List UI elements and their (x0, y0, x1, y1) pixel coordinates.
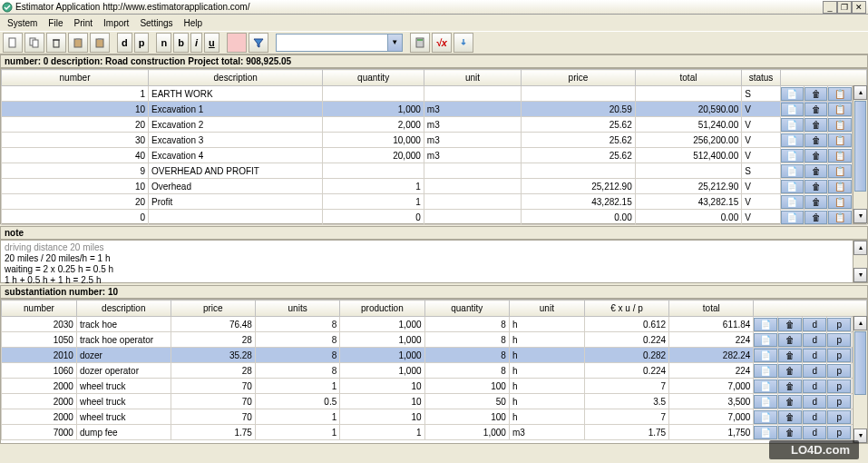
color-button[interactable] (227, 33, 247, 53)
table-row[interactable]: 40Excavation 420,000m325.62512,400.00V📄🗑… (2, 148, 867, 163)
menu-settings[interactable]: Settings (134, 16, 178, 30)
u-button[interactable]: u (204, 33, 219, 53)
d-button[interactable]: d (117, 33, 132, 53)
calc-icon[interactable] (410, 33, 430, 53)
col2-number[interactable]: number (2, 300, 77, 317)
p-button[interactable]: p (827, 333, 851, 347)
delete-icon[interactable] (46, 33, 66, 53)
d-button[interactable]: d (803, 395, 826, 409)
col2-total[interactable]: total (669, 300, 754, 317)
col2-units[interactable]: units (255, 300, 339, 317)
menu-file[interactable]: File (43, 16, 68, 30)
paste2-icon[interactable] (90, 33, 110, 53)
edit-icon[interactable]: 📄 (781, 195, 804, 209)
edit-icon[interactable]: 📄 (754, 364, 777, 378)
table-row[interactable]: 7000dump fee1.75111,000m31.751,750📄🗑dp (2, 425, 867, 440)
delete-icon[interactable]: 🗑 (805, 211, 827, 224)
col-number[interactable]: number (2, 70, 149, 86)
delete-icon[interactable]: 🗑 (805, 118, 827, 132)
i-button[interactable]: i (190, 33, 202, 53)
edit-icon[interactable]: 📄 (754, 410, 777, 424)
p-button[interactable]: p (827, 349, 851, 362)
p-button[interactable]: p (827, 318, 851, 331)
col-status[interactable]: status (742, 70, 781, 86)
edit-icon[interactable]: 📄 (754, 426, 777, 439)
table-row[interactable]: 30Excavation 310,000m325.62256,200.00V📄🗑… (2, 133, 867, 148)
filter-icon[interactable] (249, 33, 268, 53)
delete-icon[interactable]: 🗑 (805, 103, 827, 116)
d-button[interactable]: d (803, 333, 826, 347)
scroll-thumb[interactable] (854, 101, 866, 192)
scrollbar-v[interactable]: ▴▾ (853, 85, 867, 223)
edit-icon[interactable]: 📄 (781, 180, 804, 193)
table-row[interactable]: 2000wheel truck70110100h77,000📄🗑dp (2, 409, 867, 425)
d-button[interactable]: d (803, 410, 826, 424)
menu-help[interactable]: Help (179, 16, 209, 30)
edit-icon[interactable]: 📄 (754, 349, 777, 362)
edit-icon[interactable]: 📄 (781, 149, 804, 163)
copy-icon[interactable]: 📋 (828, 118, 851, 132)
d-button[interactable]: d (803, 364, 826, 378)
combo-input[interactable]: ▼ (276, 34, 403, 52)
edit-icon[interactable]: 📄 (781, 133, 804, 147)
copy-icon[interactable]: 📋 (828, 211, 851, 224)
table-row[interactable]: 9OVERHEAD AND PROFITS📄🗑📋 (2, 163, 867, 179)
delete-icon[interactable]: 🗑 (778, 349, 802, 362)
menu-import[interactable]: Import (98, 16, 134, 30)
edit-icon[interactable]: 📄 (781, 164, 804, 178)
p-button[interactable]: p (827, 395, 851, 409)
table-row[interactable]: 2030track hoe76.4881,0008h0.612611.84📄🗑d… (2, 317, 867, 332)
col2-unit[interactable]: unit (509, 300, 584, 317)
close-button[interactable]: ✕ (852, 1, 866, 14)
p-button[interactable]: p (134, 33, 150, 53)
table-row[interactable]: 2010dozer35.2881,0008h0.282282.24📄🗑dp (2, 348, 867, 363)
table-row[interactable]: 10Excavation 11,000m320.5920,590.00V📄🗑📋 (2, 102, 867, 117)
copy-icon[interactable]: 📋 (828, 149, 851, 163)
menu-print[interactable]: Print (68, 16, 98, 30)
delete-icon[interactable]: 🗑 (778, 395, 802, 409)
table-row[interactable]: 000.000.00V📄🗑📋 (2, 210, 867, 225)
new-icon[interactable] (3, 33, 23, 53)
table-row[interactable]: 2000wheel truck700.51050h3.53,500📄🗑dp (2, 394, 867, 409)
fx-button[interactable]: √x (432, 33, 452, 53)
table-row[interactable]: 20Profit143,282.1543,282.15V📄🗑📋 (2, 194, 867, 210)
copy-icon[interactable]: 📋 (828, 195, 851, 209)
col-quantity[interactable]: quantity (323, 70, 424, 86)
delete-icon[interactable]: 🗑 (805, 87, 827, 101)
d-button[interactable]: d (803, 379, 826, 393)
col-unit[interactable]: unit (424, 70, 521, 86)
edit-icon[interactable]: 📄 (754, 318, 777, 331)
n-button[interactable]: n (156, 33, 171, 53)
delete-icon[interactable]: 🗑 (778, 379, 802, 393)
delete-icon[interactable]: 🗑 (778, 333, 802, 347)
edit-icon[interactable]: 📄 (754, 379, 777, 393)
b-button[interactable]: b (173, 33, 189, 53)
paste-icon[interactable] (68, 33, 88, 53)
col-description[interactable]: description (149, 70, 323, 86)
edit-icon[interactable]: 📄 (781, 103, 804, 116)
delete-icon[interactable]: 🗑 (778, 318, 802, 331)
edit-icon[interactable]: 📄 (754, 333, 777, 347)
minimize-button[interactable]: _ (823, 1, 837, 14)
copy-icon[interactable]: 📋 (828, 103, 851, 116)
copy-icon[interactable] (24, 33, 44, 53)
maximize-button[interactable]: ❐ (837, 1, 852, 14)
col2-price[interactable]: price (171, 300, 255, 317)
delete-icon[interactable]: 🗑 (778, 364, 802, 378)
d-button[interactable]: d (803, 426, 826, 439)
p-button[interactable]: p (827, 364, 851, 378)
col2-description[interactable]: description (76, 300, 171, 317)
delete-icon[interactable]: 🗑 (778, 426, 802, 439)
delete-icon[interactable]: 🗑 (805, 164, 827, 178)
chevron-down-icon[interactable]: ▼ (387, 34, 402, 51)
table-row[interactable]: 1060dozer operator2881,0008h0.224224📄🗑dp (2, 363, 867, 379)
note-scrollbar[interactable]: ▴▾ (853, 241, 867, 282)
col2-quantity[interactable]: quantity (424, 300, 509, 317)
col2-exup[interactable]: € x u / p (584, 300, 668, 317)
scrollbar-v2[interactable]: ▴▾ (853, 316, 867, 443)
edit-icon[interactable]: 📄 (781, 118, 804, 132)
p-button[interactable]: p (827, 410, 851, 424)
copy-icon[interactable]: 📋 (828, 87, 851, 101)
edit-icon[interactable]: 📄 (781, 87, 804, 101)
delete-icon[interactable]: 🗑 (805, 133, 827, 147)
